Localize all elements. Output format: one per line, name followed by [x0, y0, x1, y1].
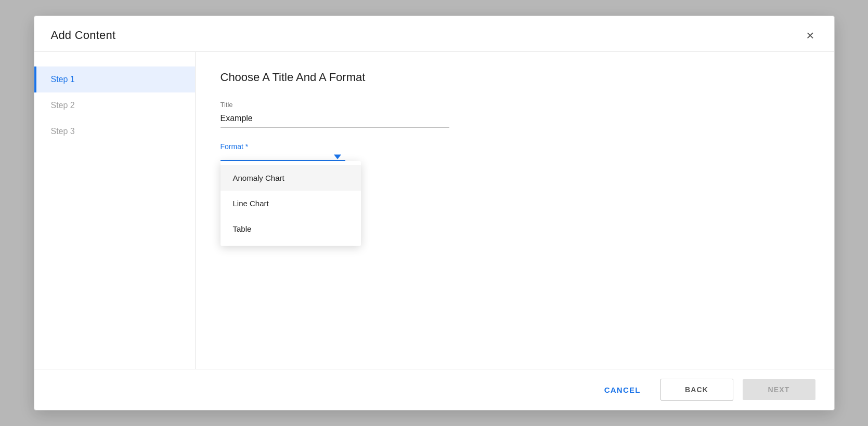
dialog-title: Add Content: [51, 29, 116, 42]
format-field-label: Format *: [221, 142, 809, 151]
sidebar-item-label-step1: Step 1: [51, 75, 75, 84]
format-dropdown-wrapper: Anomaly Chart Line Chart Table: [221, 154, 345, 161]
dialog-body: Step 1 Step 2 Step 3 Choose A Title And …: [34, 52, 834, 369]
title-field-group: Title: [221, 101, 809, 128]
close-button[interactable]: ×: [803, 28, 817, 43]
back-button[interactable]: BACK: [660, 379, 733, 401]
section-title: Choose A Title And A Format: [221, 71, 809, 84]
sidebar-item-step1[interactable]: Step 1: [34, 66, 195, 92]
dialog-header: Add Content ×: [34, 16, 834, 52]
dialog-overlay: Add Content × Step 1 Step 2 Step 3 Choos…: [0, 0, 868, 426]
format-dropdown-menu: Anomaly Chart Line Chart Table: [221, 161, 361, 246]
dropdown-item-line-chart[interactable]: Line Chart: [221, 191, 361, 216]
add-content-dialog: Add Content × Step 1 Step 2 Step 3 Choos…: [34, 16, 835, 410]
sidebar-item-label-step3: Step 3: [51, 127, 75, 136]
sidebar: Step 1 Step 2 Step 3: [34, 52, 196, 369]
dropdown-item-anomaly-chart[interactable]: Anomaly Chart: [221, 165, 361, 191]
title-field-label: Title: [221, 101, 809, 109]
cancel-button[interactable]: CANCEL: [594, 379, 651, 401]
dialog-footer: CANCEL BACK NEXT: [34, 369, 834, 410]
sidebar-item-step2[interactable]: Step 2: [34, 92, 195, 118]
main-content: Choose A Title And A Format Title Format…: [196, 52, 834, 369]
sidebar-item-label-step2: Step 2: [51, 101, 75, 110]
format-field-group: Format * Anomaly Chart Line Ch: [221, 142, 809, 161]
title-input[interactable]: [221, 112, 449, 128]
chevron-down-icon: [334, 155, 341, 159]
sidebar-item-step3[interactable]: Step 3: [34, 118, 195, 144]
dropdown-item-table[interactable]: Table: [221, 216, 361, 242]
format-dropdown-trigger[interactable]: [221, 154, 345, 161]
next-button[interactable]: NEXT: [743, 379, 815, 400]
